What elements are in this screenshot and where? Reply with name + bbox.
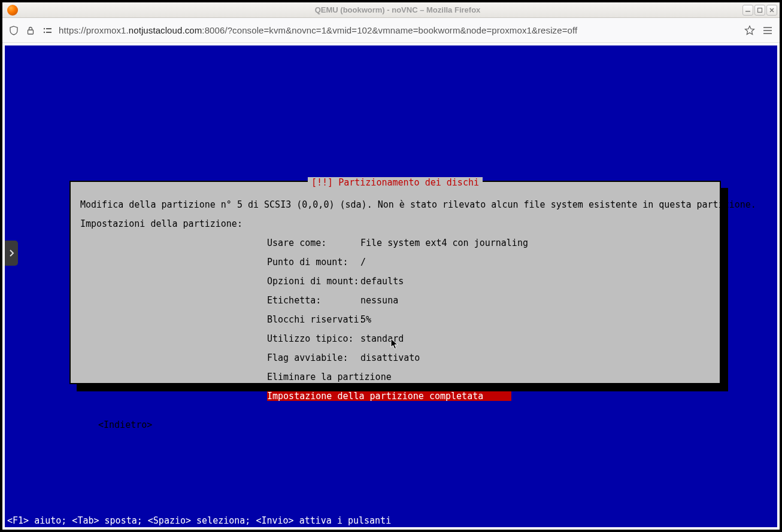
firefox-icon <box>7 5 18 16</box>
setting-reserved-blocks[interactable]: Blocchi riservati:5% <box>267 315 710 324</box>
setting-mount-point[interactable]: Punto di mount:/ <box>267 257 710 267</box>
window-title: QEMU (bookworm) - noVNC – Mozilla Firefo… <box>53 5 742 14</box>
titlebar-left <box>5 5 53 16</box>
lock-icon[interactable] <box>25 25 36 36</box>
setting-label: Etichetta: <box>267 296 360 305</box>
url-suffix: :8006/?console=kvm&novnc=1&vmid=102&vmna… <box>202 25 577 35</box>
chevron-right-icon <box>8 249 14 257</box>
site-security-icons <box>8 25 53 36</box>
setting-mount-options[interactable]: Opzioni di mount:defaults <box>267 276 710 286</box>
maximize-icon <box>757 7 763 13</box>
hamburger-menu-icon[interactable] <box>762 25 774 37</box>
partition-settings-menu: Usare come:File system ext4 con journali… <box>267 238 710 401</box>
setting-label: Blocchi riservati: <box>267 315 360 324</box>
dialog-title-wrap: [!!] Partizionamento dei dischi <box>71 177 720 188</box>
dialog-intro: Modifica della partizione n° 5 di SCSI3 … <box>80 199 756 210</box>
window-controls <box>742 5 777 16</box>
action-label: Eliminare la partizione <box>267 372 511 382</box>
dialog-settings-label: Impostazioni della partizione: <box>80 218 243 229</box>
browser-window: QEMU (bookworm) - noVNC – Mozilla Firefo… <box>0 0 782 532</box>
svg-rect-5 <box>46 32 51 33</box>
shield-icon[interactable] <box>8 25 19 36</box>
setting-bootable-flag[interactable]: Flag avviabile:disattivato <box>267 353 710 363</box>
svg-rect-1 <box>28 30 34 34</box>
svg-point-2 <box>44 28 45 29</box>
action-done-setting-up[interactable]: Impostazione della partizione completata <box>267 391 710 401</box>
partition-dialog: [!!] Partizionamento dei dischi Modifica… <box>69 181 721 384</box>
action-delete-partition[interactable]: Eliminare la partizione <box>267 372 710 382</box>
back-button[interactable]: <Indietro> <box>98 420 710 430</box>
url-display[interactable]: https://proxmox1.notjustacloud.com:8006/… <box>59 25 738 35</box>
setting-value: disattivato <box>360 353 420 363</box>
setting-value: nessuna <box>360 296 398 305</box>
setting-label: Utilizzo tipico: <box>267 334 360 343</box>
svg-point-4 <box>44 31 45 32</box>
close-icon <box>769 7 775 13</box>
setting-typical-usage[interactable]: Utilizzo tipico:standard <box>267 334 710 343</box>
footer-help-text: <F1> aiuto; <Tab> sposta; <Spazio> selez… <box>7 515 391 526</box>
setting-label-row[interactable]: Etichetta:nessuna <box>267 296 710 305</box>
minimize-button[interactable] <box>742 5 753 16</box>
setting-label: Usare come: <box>267 238 360 248</box>
novnc-panel-toggle[interactable] <box>5 241 18 266</box>
permissions-icon[interactable] <box>42 25 53 36</box>
svg-rect-3 <box>46 28 51 29</box>
bookmark-star-icon[interactable] <box>744 25 756 37</box>
dialog-body: Modifica della partizione n° 5 di SCSI3 … <box>71 182 720 436</box>
url-host: notjustacloud.com <box>129 25 202 35</box>
maximize-button[interactable] <box>754 5 765 16</box>
setting-label: Opzioni di mount: <box>267 276 360 286</box>
window-titlebar: QEMU (bookworm) - noVNC – Mozilla Firefo… <box>2 2 780 18</box>
setting-value: 5% <box>360 315 371 324</box>
setting-label: Flag avviabile: <box>267 353 360 363</box>
dialog-title: [!!] Partizionamento dei dischi <box>308 177 483 188</box>
setting-use-as[interactable]: Usare come:File system ext4 con journali… <box>267 238 710 248</box>
setting-value: defaults <box>360 276 404 286</box>
action-label: Impostazione della partizione completata <box>267 391 511 401</box>
setting-value: File system ext4 con journaling <box>360 238 528 248</box>
url-prefix: https://proxmox1. <box>59 25 129 35</box>
setting-value: / <box>360 257 366 267</box>
setting-value: standard <box>360 334 404 343</box>
close-button[interactable] <box>766 5 777 16</box>
address-bar: https://proxmox1.notjustacloud.com:8006/… <box>2 18 780 43</box>
vnc-console[interactable]: [!!] Partizionamento dei dischi Modifica… <box>5 45 777 527</box>
minimize-icon <box>745 7 751 13</box>
setting-label: Punto di mount: <box>267 257 360 267</box>
svg-rect-0 <box>758 8 762 12</box>
